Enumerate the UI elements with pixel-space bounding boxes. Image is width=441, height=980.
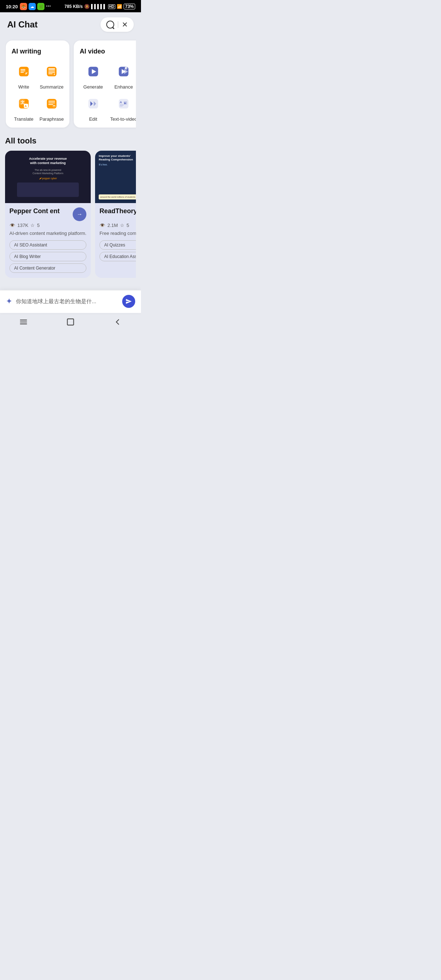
- svg-text:A: A: [119, 100, 122, 104]
- svg-rect-41: [20, 324, 27, 325]
- tool-edit[interactable]: Edit: [80, 93, 106, 122]
- pepper-tag-1[interactable]: AI Blog Writer: [10, 252, 86, 261]
- pepper-views-icon: 👁️: [10, 223, 15, 228]
- translate-label: Translate: [14, 116, 33, 122]
- back-icon: [113, 317, 122, 327]
- tools-cards-row: Accelerate your revenuewith content mark…: [5, 151, 136, 283]
- summarize-label: Summarize: [40, 84, 64, 90]
- page-title: AI Chat: [7, 19, 38, 30]
- edit-label: Edit: [89, 116, 97, 122]
- search-button[interactable]: [106, 21, 114, 29]
- tool-text2video[interactable]: A Text-to-video: [110, 93, 136, 122]
- pepper-tags: AI SEO Assistant AI Blog Writer AI Conte…: [10, 240, 86, 273]
- tool-write[interactable]: Write: [11, 61, 36, 90]
- tool-paraphrase[interactable]: Paraphrase: [40, 93, 64, 122]
- ai-star-icon: ✦: [6, 297, 12, 306]
- text2video-label: Text-to-video: [110, 116, 136, 122]
- send-icon: [126, 298, 132, 305]
- svg-rect-3: [20, 72, 24, 73]
- svg-text:文: 文: [20, 100, 24, 105]
- pepper-arrow-button[interactable]: →: [73, 207, 86, 221]
- svg-rect-0: [19, 67, 29, 76]
- svg-rect-6: [48, 68, 55, 69]
- menu-button[interactable]: [19, 317, 28, 327]
- text2video-icon: A: [118, 98, 129, 110]
- tool-generate[interactable]: Generate: [80, 61, 106, 90]
- generate-label: Generate: [83, 84, 103, 90]
- app-icon-3: 🌿: [37, 3, 45, 10]
- edit-video-icon: [88, 98, 99, 110]
- readtheory-tag-0[interactable]: AI Quizzes: [99, 240, 136, 250]
- pepper-rating: 5: [37, 223, 40, 228]
- svg-rect-42: [67, 319, 73, 325]
- readtheory-rating: 5: [126, 223, 129, 228]
- category-row: AI writing W: [5, 37, 136, 133]
- network-speed: 785 KB/s: [64, 4, 83, 9]
- close-button[interactable]: ✕: [122, 20, 128, 29]
- svg-rect-1: [20, 69, 25, 70]
- svg-rect-20: [48, 103, 55, 103]
- pepper-content-card[interactable]: Accelerate your revenuewith content mark…: [5, 151, 91, 278]
- chat-input[interactable]: 你知道地球上最古老的生物是什...: [16, 298, 119, 305]
- summarize-icon: [46, 66, 57, 77]
- nav-bar: [0, 313, 141, 334]
- all-tools-title: All tools: [5, 136, 136, 146]
- all-tools-section: All tools Accelerate your revenuewith co…: [5, 136, 136, 283]
- pepper-star-icon: ☆: [30, 223, 35, 228]
- svg-rect-37: [119, 105, 124, 105]
- video-card: AI video Generate: [74, 40, 136, 127]
- tool-summarize[interactable]: Summarize: [40, 61, 64, 90]
- mute-icon: 🔕: [84, 4, 90, 9]
- generate-icon: [88, 66, 99, 77]
- more-apps: ···: [46, 3, 51, 10]
- signal-icon: ▌▌▌▌▌: [91, 4, 107, 9]
- readtheory-meta: 👁️ 2.1M ☆ 5: [99, 223, 136, 228]
- svg-rect-39: [20, 320, 27, 321]
- tool-enhance[interactable]: ✦ Enhance: [110, 61, 136, 90]
- readtheory-name: ReadTheory: [99, 207, 136, 215]
- svg-rect-40: [20, 321, 27, 322]
- write-label: Write: [18, 84, 29, 90]
- readtheory-tag-1[interactable]: AI Education Assistant: [99, 252, 136, 261]
- svg-rect-38: [119, 106, 123, 107]
- svg-rect-30: [88, 99, 98, 109]
- paraphrase-label: Paraphrase: [40, 116, 64, 122]
- pepper-tag-2[interactable]: AI Content Generator: [10, 263, 86, 273]
- home-button[interactable]: [66, 317, 75, 327]
- status-time: 10:20: [6, 4, 18, 10]
- svg-point-22: [53, 105, 56, 108]
- pepper-description: AI-driven content marketing platform.: [10, 230, 86, 237]
- paraphrase-icon: [46, 98, 57, 110]
- enhance-icon: ✦: [118, 66, 129, 77]
- readtheory-tags: AI Quizzes AI Education Assistant: [99, 240, 136, 261]
- wifi-icon: 📶: [117, 4, 122, 9]
- readtheory-image: Improve your students'Reading Comprehens…: [95, 151, 136, 203]
- readtheory-card[interactable]: Improve your students'Reading Comprehens…: [95, 151, 136, 278]
- pepper-meta: 👁️ 137K ☆ 5: [10, 223, 86, 228]
- svg-rect-21: [48, 104, 53, 105]
- app-icon-2: ☁: [29, 3, 36, 10]
- translate-icon: 文 A: [18, 98, 30, 110]
- readtheory-views-icon: 👁️: [99, 223, 105, 228]
- video-card-title: AI video: [80, 48, 136, 55]
- home-icon: [66, 317, 75, 327]
- chat-bar: ✦ 你知道地球上最古老的生物是什...: [0, 290, 141, 313]
- send-button[interactable]: [122, 295, 135, 308]
- svg-rect-9: [48, 73, 53, 74]
- back-button[interactable]: [113, 317, 122, 327]
- pepper-tag-0[interactable]: AI SEO Assistant: [10, 240, 86, 250]
- svg-rect-2: [20, 70, 25, 71]
- write-icon: [18, 66, 30, 77]
- tool-translate[interactable]: 文 A Translate: [11, 93, 36, 122]
- pepper-views: 137K: [18, 223, 28, 228]
- readtheory-description: Free reading comprehension...: [99, 230, 136, 237]
- status-bar: 10:20 🐯 ☁ 🌿 ··· 785 KB/s 🔕 ▌▌▌▌▌ HD 📶 73…: [0, 0, 141, 12]
- svg-text:A: A: [25, 105, 27, 108]
- menu-icon: [19, 317, 28, 327]
- pepper-image: Accelerate your revenuewith content mark…: [5, 151, 91, 203]
- writing-card-title: AI writing: [11, 48, 64, 55]
- svg-rect-19: [48, 101, 55, 102]
- hd-badge: HD: [108, 4, 115, 9]
- svg-rect-8: [48, 72, 55, 73]
- svg-rect-7: [48, 70, 55, 71]
